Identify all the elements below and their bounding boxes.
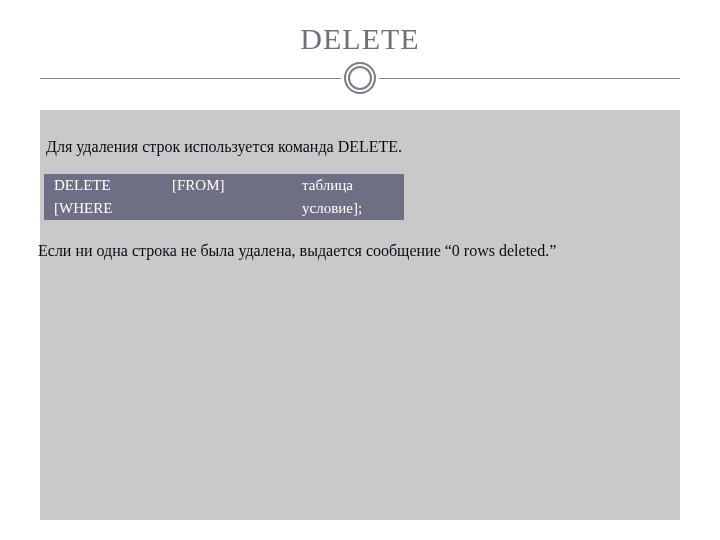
syntax-table: DELETE [FROM] таблица [WHERE условие];: [44, 174, 404, 220]
slide-title: DELETE: [300, 22, 419, 56]
syntax-cell: условие];: [294, 197, 404, 220]
outro-text: Если ни одна строка не была удалена, выд…: [38, 220, 680, 260]
intro-text: Для удаления строк используется команда …: [40, 110, 680, 174]
content-area: Для удаления строк используется команда …: [40, 110, 680, 520]
syntax-cell: [164, 197, 294, 220]
slide: DELETE Для удаления строк используется к…: [0, 0, 720, 540]
syntax-cell: таблица: [294, 174, 404, 197]
svg-point-1: [349, 67, 371, 89]
table-row: DELETE [FROM] таблица: [44, 174, 404, 197]
syntax-cell: DELETE: [44, 174, 164, 197]
syntax-cell: [FROM]: [164, 174, 294, 197]
ring-icon: [341, 59, 379, 97]
syntax-cell: [WHERE: [44, 197, 164, 220]
table-row: [WHERE условие];: [44, 197, 404, 220]
